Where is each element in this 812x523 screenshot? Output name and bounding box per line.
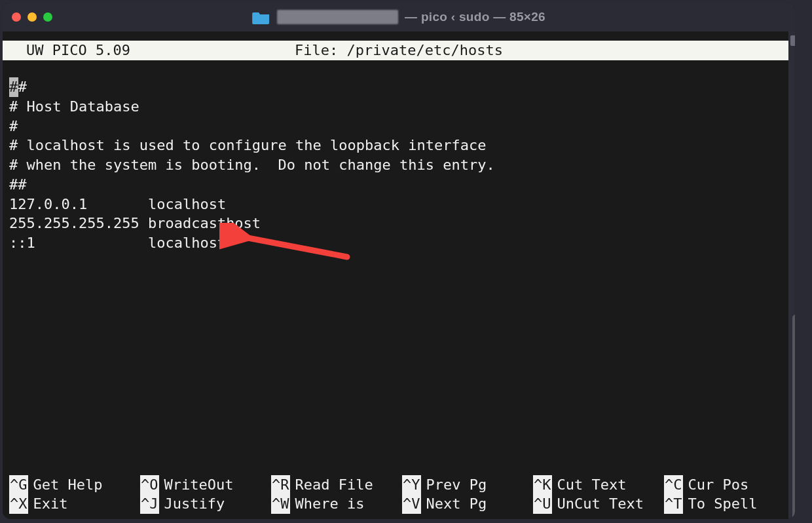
shortcut-item[interactable]: ^VNext Pg — [402, 494, 533, 514]
shortcut-key: ^X — [9, 494, 28, 514]
shortcut-key: ^K — [533, 475, 552, 495]
terminal-content: UW PICO 5.09 File: /private/etc/hosts ##… — [3, 31, 788, 519]
shortcut-item[interactable]: ^UUnCut Text — [533, 494, 664, 514]
scrollbar-thumb[interactable] — [792, 315, 795, 519]
shortcut-key: ^R — [271, 475, 290, 495]
shortcut-item[interactable]: ^CCur Pos — [664, 475, 782, 495]
shortcut-label: Cur Pos — [683, 475, 749, 495]
minimize-button[interactable] — [28, 12, 37, 22]
maximize-button[interactable] — [43, 12, 52, 22]
shortcut-key: ^T — [664, 494, 683, 514]
shortcut-key: ^Y — [402, 475, 421, 495]
shortcut-item[interactable]: ^KCut Text — [533, 475, 664, 495]
shortcut-row: ^GGet Help^OWriteOut^RRead File^YPrev Pg… — [9, 475, 782, 495]
shortcut-label: Prev Pg — [421, 475, 487, 495]
shortcut-label: Where is — [290, 494, 365, 514]
shortcut-key: ^O — [140, 475, 159, 495]
shortcut-label: UnCut Text — [552, 494, 644, 514]
shortcut-label: Justify — [159, 494, 225, 514]
shortcut-item[interactable]: ^WWhere is — [271, 494, 402, 514]
title-suffix: — pico ‹ sudo — 85×26 — [405, 10, 545, 24]
blurred-path — [277, 10, 398, 24]
shortcut-row: ^XExit^JJustify^WWhere is^VNext Pg^UUnCu… — [9, 494, 782, 514]
shortcut-key: ^C — [664, 475, 683, 495]
shortcut-item[interactable]: ^GGet Help — [9, 475, 140, 495]
pico-app-name: UW PICO 5.09 — [3, 42, 130, 59]
pico-file-label: File: /private/etc/hosts — [295, 42, 503, 59]
shortcut-key: ^W — [271, 494, 290, 514]
scroll-indicator-icon — [790, 35, 795, 46]
shortcut-bar: ^GGet Help^OWriteOut^RRead File^YPrev Pg… — [3, 475, 788, 519]
shortcut-key: ^V — [402, 494, 421, 514]
shortcut-key: ^U — [533, 494, 552, 514]
shortcut-label: Cut Text — [552, 475, 627, 495]
shortcut-item[interactable]: ^XExit — [9, 494, 140, 514]
pico-header: UW PICO 5.09 File: /private/etc/hosts — [3, 41, 788, 60]
shortcut-item[interactable]: ^RRead File — [271, 475, 402, 495]
shortcut-item[interactable]: ^TTo Spell — [664, 494, 782, 514]
shortcut-label: Get Help — [28, 475, 103, 495]
shortcut-key: ^J — [140, 494, 159, 514]
traffic-lights — [12, 12, 52, 22]
folder-icon — [252, 10, 270, 24]
shortcut-label: WriteOut — [159, 475, 234, 495]
window-title: — pico ‹ sudo — 85×26 — [252, 10, 545, 24]
text-cursor: # — [9, 77, 18, 97]
file-content: # # Host Database # # localhost is used … — [9, 79, 495, 251]
shortcut-item[interactable]: ^OWriteOut — [140, 475, 271, 495]
titlebar: — pico ‹ sudo — 85×26 — [3, 3, 795, 31]
terminal-body: UW PICO 5.09 File: /private/etc/hosts ##… — [3, 31, 795, 519]
shortcut-item[interactable]: ^JJustify — [140, 494, 271, 514]
editor-area[interactable]: ## # Host Database # # localhost is used… — [3, 60, 788, 475]
close-button[interactable] — [12, 12, 21, 22]
shortcut-label: Next Pg — [421, 494, 487, 514]
shortcut-label: To Spell — [683, 494, 758, 514]
shortcut-label: Exit — [28, 494, 68, 514]
shortcut-label: Read File — [290, 475, 373, 495]
shortcut-item[interactable]: ^YPrev Pg — [402, 475, 533, 495]
shortcut-key: ^G — [9, 475, 28, 495]
scrollbar[interactable] — [788, 31, 795, 519]
terminal-window: — pico ‹ sudo — 85×26 UW PICO 5.09 File:… — [3, 3, 795, 519]
